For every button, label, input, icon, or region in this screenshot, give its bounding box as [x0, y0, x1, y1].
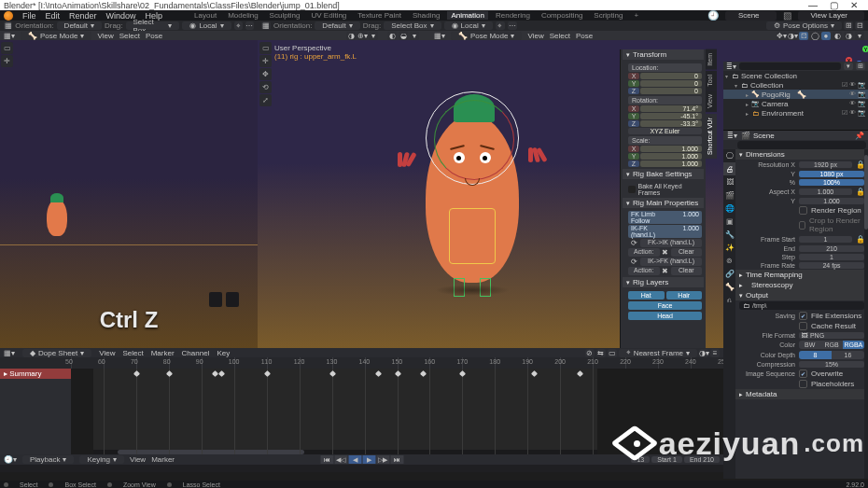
- drag-dropdown[interactable]: Select Box ▾: [126, 21, 180, 30]
- ptab-render[interactable]: 🖵: [723, 149, 735, 162]
- placeholders-chk[interactable]: [799, 380, 807, 388]
- hdr-opt-2[interactable]: ⊕▾: [357, 32, 367, 40]
- frame-end-field[interactable]: End 210: [684, 456, 720, 463]
- dope-editor-icon[interactable]: ▦▾: [4, 349, 15, 357]
- props-search[interactable]: [737, 141, 866, 149]
- np-rot-y[interactable]: -45.1°: [640, 113, 702, 119]
- color-rgb[interactable]: RGB: [820, 341, 842, 349]
- close-button[interactable]: ✕: [844, 0, 864, 10]
- editor-type-icon[interactable]: ▦▾: [4, 32, 15, 40]
- jump-start-button[interactable]: ⏮: [320, 455, 333, 464]
- keying-popover[interactable]: Keying ▾: [79, 455, 123, 464]
- hdr-opt-5[interactable]: ◒: [399, 32, 408, 40]
- scene-browse-icon[interactable]: 🕘: [705, 10, 721, 21]
- shading-wireframe[interactable]: ◯: [810, 32, 819, 40]
- mode-menu-view[interactable]: View: [97, 32, 113, 40]
- pp-metadata-header[interactable]: Metadata: [735, 389, 868, 399]
- tl-opt-4[interactable]: ◑▾: [699, 349, 708, 357]
- np-rigmain-header[interactable]: Rig Main Properties: [623, 198, 704, 208]
- orientation-dropdown-2[interactable]: Default ▾: [315, 21, 359, 30]
- ol-item-camera[interactable]: ▸📷Camera 👁 📷: [723, 99, 868, 108]
- menu-window[interactable]: Window: [106, 11, 136, 21]
- compression-field[interactable]: 15%: [799, 361, 864, 368]
- pp-output-header[interactable]: Output: [735, 290, 868, 300]
- xray-toggle[interactable]: ⊡: [799, 32, 808, 40]
- np-fk-to-ik-btn[interactable]: FK->IK (hand.L): [640, 239, 702, 247]
- tlf-menu-view[interactable]: View: [130, 455, 146, 464]
- outliner-filter-icon[interactable]: ▾: [844, 63, 853, 70]
- tl-opt-1[interactable]: ⊘: [585, 349, 595, 357]
- pin-icon[interactable]: 📌: [855, 132, 864, 140]
- np-rot-z[interactable]: -33.3°: [640, 120, 702, 127]
- pose-options-dropdown[interactable]: ⚙ Pose Options ▾: [766, 21, 842, 30]
- menu-render[interactable]: Render: [69, 11, 97, 21]
- render-icon[interactable]: 📷: [858, 81, 866, 89]
- mode-dropdown-2[interactable]: 🦴 Pose Mode ▾: [451, 32, 522, 40]
- mode-dropdown[interactable]: 🦴 Pose Mode ▾: [21, 32, 91, 40]
- ptab-armature[interactable]: 🦴: [723, 280, 735, 293]
- next-key-button[interactable]: ▷▶: [376, 455, 389, 464]
- outliner-new-collection-icon[interactable]: ⊞: [856, 63, 865, 70]
- tool-select[interactable]: ▭: [1, 42, 13, 54]
- pp-stereo-header[interactable]: Stereoscopy: [735, 280, 868, 290]
- mode-menu-pose[interactable]: Pose: [146, 32, 162, 40]
- ptab-object[interactable]: ▣: [723, 215, 735, 228]
- pp-dimensions-header[interactable]: Dimensions: [735, 149, 868, 160]
- ol-item-pogorig[interactable]: ▸🦴PogoRig 🦴 👁 📷: [723, 90, 868, 99]
- dope-menu-key[interactable]: Key: [217, 349, 230, 357]
- hdr-opt-4[interactable]: ◐: [387, 32, 397, 40]
- hdr-opt-1[interactable]: ◑: [346, 32, 356, 40]
- np-loc-z[interactable]: 0: [640, 88, 702, 94]
- ptab-particles[interactable]: ✨: [723, 241, 735, 254]
- layer-browse-icon[interactable]: ▧: [780, 10, 794, 21]
- ptab-output[interactable]: 🖨: [723, 162, 735, 175]
- outliner-search[interactable]: [739, 63, 841, 70]
- np-ik-to-fk-btn[interactable]: IK->FK (hand.L): [640, 258, 702, 266]
- eye-icon[interactable]: 👁: [849, 81, 856, 89]
- current-frame-field[interactable]: 13: [631, 456, 650, 463]
- shading-solid[interactable]: ●: [821, 32, 831, 40]
- np-limb-follow[interactable]: 1.000: [676, 211, 702, 224]
- np-rot-x[interactable]: 71.4°: [640, 105, 702, 112]
- npanel-tab-item[interactable]: Item: [706, 49, 717, 70]
- np-loc-y[interactable]: 0: [640, 80, 702, 87]
- scene-picker[interactable]: Scene: [725, 11, 777, 21]
- drag-dropdown-2[interactable]: Select Box ▾: [384, 21, 441, 30]
- dope-menu-view[interactable]: View: [99, 349, 115, 357]
- ws-sculpting[interactable]: Sculpting: [266, 11, 304, 20]
- riglayer-hat[interactable]: Hat: [628, 291, 665, 300]
- np-rot-mode[interactable]: XYZ Euler: [628, 128, 702, 134]
- hdr-opt-3[interactable]: ▾: [369, 32, 378, 40]
- ws-layout[interactable]: Layout: [190, 11, 220, 20]
- riglayer-head[interactable]: Head: [628, 312, 702, 320]
- np-transform-header[interactable]: Transform: [623, 49, 704, 60]
- ptab-modifiers[interactable]: 🔧: [723, 228, 735, 241]
- ol-scene-collection[interactable]: ▾🗀Scene Collection: [723, 71, 868, 80]
- orientation-dropdown[interactable]: Default ▾: [57, 21, 102, 30]
- view-layer-picker[interactable]: View Layer: [798, 11, 864, 21]
- ws-compositing[interactable]: Compositing: [538, 11, 586, 20]
- jump-end-button[interactable]: ⏭: [390, 455, 403, 464]
- crop-region-chk[interactable]: [799, 221, 805, 230]
- pivot-dropdown-2[interactable]: ◉ Local ▾: [444, 21, 493, 30]
- depth-16[interactable]: 16: [832, 351, 864, 359]
- dope-menu-channel[interactable]: Channel: [182, 349, 210, 357]
- propedit-icon[interactable]: ⋯: [245, 21, 254, 30]
- frame-start-field2[interactable]: 1: [799, 236, 852, 243]
- ptab-physics[interactable]: ⊚: [723, 254, 735, 267]
- frame-rate-field[interactable]: 24 fps: [799, 262, 864, 269]
- ws-modeling[interactable]: Modeling: [224, 11, 261, 20]
- res-x-field[interactable]: 1920 px: [799, 161, 852, 168]
- ol-item-environment[interactable]: ▸🗀Environment ☑ 👁 📷: [723, 108, 868, 118]
- ws-scripting[interactable]: Scripting: [590, 11, 626, 20]
- shading-rendered[interactable]: ◑: [844, 32, 853, 40]
- ws-texpaint[interactable]: Texture Paint: [354, 11, 405, 20]
- cache-result-chk[interactable]: [799, 322, 807, 330]
- propedit-icon-2[interactable]: ⋯: [508, 21, 517, 30]
- shading-matprev[interactable]: ◐: [833, 32, 842, 40]
- pivot-dropdown[interactable]: ◉ Local ▾: [182, 21, 231, 30]
- np-riglayers-header[interactable]: Rig Layers: [623, 277, 704, 287]
- ws-animation[interactable]: Animation: [447, 11, 488, 20]
- tool-cursor[interactable]: ✛: [1, 55, 13, 67]
- checkbox-icon[interactable]: ☑: [842, 81, 847, 89]
